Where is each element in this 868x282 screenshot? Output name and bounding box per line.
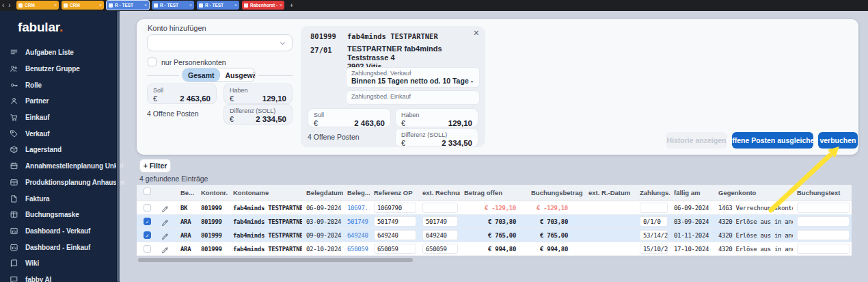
cell-input-referenz_op[interactable]: 1069790 xyxy=(374,203,416,213)
cell-edit[interactable] xyxy=(157,201,176,214)
sidebar-item-faktura[interactable]: Faktura xyxy=(0,190,116,207)
cell-input-ext_rechnung[interactable]: 501749 xyxy=(422,216,458,227)
sale-icon xyxy=(10,129,19,138)
tab-close-icon[interactable]: × xyxy=(234,3,237,8)
beleg-link[interactable]: 650059 xyxy=(347,246,368,253)
toggle-option-gesamt[interactable]: Gesamt xyxy=(182,68,220,81)
edit-pencil-icon[interactable] xyxy=(161,218,169,226)
chat-icon xyxy=(10,274,19,282)
cell-checkbox[interactable] xyxy=(137,201,157,214)
currency-symbol: € xyxy=(230,115,234,123)
row-checkbox[interactable]: ✓ xyxy=(144,218,151,225)
sidebar-item-dashboard-einkauf[interactable]: Dashboard - Einkauf xyxy=(0,239,116,255)
browser-tab-5[interactable]: R - TEST× xyxy=(197,1,239,10)
browser-tab-bar: ‹ › CRM×CRM×R - TEST×R - TEST×R - TEST×R… xyxy=(0,0,868,11)
cell-beleg: 649240 xyxy=(343,229,370,242)
beleg-link[interactable]: 10697... xyxy=(347,205,370,212)
sidebar-item-aufgaben-liste[interactable]: Aufgaben Liste xyxy=(0,44,116,61)
row-checkbox[interactable]: ✓ xyxy=(144,231,151,239)
cell-edit[interactable] xyxy=(157,215,176,228)
edit-pencil-icon[interactable] xyxy=(161,204,169,212)
soll-value: 2 463,60 xyxy=(180,94,211,103)
select-all-checkbox[interactable] xyxy=(144,188,151,195)
filter-button[interactable]: + Filter xyxy=(139,159,171,172)
beleg-link[interactable]: 501749 xyxy=(347,218,368,225)
table-row-1[interactable]: BK801999fab4minds TESTPARTNER06-09-20241… xyxy=(137,201,852,215)
cell-input-referenz_op[interactable]: 649240 xyxy=(374,230,416,240)
edit-pencil-icon[interactable] xyxy=(161,245,169,253)
offene-posten-ausgleichen-button[interactable]: Offene Posten ausgleichen xyxy=(732,132,813,149)
cell-input-buchungstext[interactable] xyxy=(797,244,850,254)
cell-belegdatum: 06-09-2024 xyxy=(302,201,343,214)
column-header-select[interactable] xyxy=(137,185,157,201)
sidebar-item-annahmestellenplanung-unkel[interactable]: Annahmestellenplanung Unkel xyxy=(0,158,116,175)
cell-input-zahlungs[interactable]: 0/1/0 xyxy=(640,216,668,227)
cell-input-buchungstext[interactable] xyxy=(797,230,850,240)
sidebar-item-fabby-ai[interactable]: fabby AI xyxy=(0,272,116,282)
cell-input-ext_rechnung[interactable]: 649240 xyxy=(422,230,458,240)
browser-tab-4[interactable]: R - TEST× xyxy=(152,1,194,10)
nur-personenkonten-checkbox[interactable] xyxy=(148,57,157,66)
cell-input-ext_rechnung[interactable] xyxy=(422,203,458,213)
sidebar-item-rolle[interactable]: Rolle xyxy=(0,77,116,93)
verbuchen-button[interactable]: verbuchen xyxy=(818,132,858,149)
sidebar-item-lagerstand[interactable]: Lagerstand xyxy=(0,142,116,158)
account-detail-card: × 801999 fab4minds TESTPARTNER 27/01 TES… xyxy=(301,26,485,147)
forward-icon[interactable]: › xyxy=(8,1,10,10)
table-row-2[interactable]: ✓ARA801999fab4minds TESTPARTNER03-09-202… xyxy=(137,215,852,229)
sidebar-scrollbar[interactable] xyxy=(116,11,120,282)
sidebar-item-wiki[interactable]: Wiki xyxy=(0,255,116,272)
cell-edit[interactable] xyxy=(157,229,176,242)
cell-checkbox[interactable]: ✓ xyxy=(137,229,157,242)
browser-tab-1[interactable]: CRM× xyxy=(16,1,59,10)
beleg-link[interactable]: 649240 xyxy=(347,232,368,239)
sidebar-item-benutzer-gruppe[interactable]: Benutzer Gruppe xyxy=(0,61,116,77)
cell-input-zahlungs[interactable] xyxy=(640,203,668,213)
edit-pencil-icon[interactable] xyxy=(161,231,169,240)
cell-edit[interactable] xyxy=(157,242,176,255)
cell-typ: ARA xyxy=(176,215,197,228)
cell-input-referenz_op[interactable]: 501749 xyxy=(374,216,416,227)
tab-close-icon[interactable]: × xyxy=(189,3,192,8)
konto-select[interactable] xyxy=(147,34,293,51)
table-horizontal-scrollbar[interactable] xyxy=(138,258,413,262)
row-checkbox[interactable] xyxy=(144,204,151,212)
browser-tab-3[interactable]: R - TEST× xyxy=(107,1,149,10)
browser-tab-6[interactable]: Rabenhorst - ...× xyxy=(242,1,284,10)
sidebar-item-buchungsmaske[interactable]: Buchungsmaske xyxy=(0,207,116,223)
sidebar-item-einkauf[interactable]: Einkauf xyxy=(0,110,116,126)
tab-close-icon[interactable]: × xyxy=(54,3,57,8)
back-icon[interactable]: ‹ xyxy=(2,1,4,10)
sidebar-item-partner[interactable]: Partner xyxy=(0,93,116,110)
browser-tab-2[interactable]: CRM× xyxy=(62,1,104,10)
historie-anzeigen-button[interactable]: Historie anzeigen xyxy=(666,132,727,149)
sidebar-item-produktionsplanung-anhausen[interactable]: Produktionsplanung Anhausen xyxy=(0,175,116,191)
sidebar-item-dashboard-verkauf[interactable]: Dashboard - Verkauf xyxy=(0,223,116,240)
cell-input-buchungstext[interactable] xyxy=(797,203,850,213)
cell-checkbox[interactable]: ✓ xyxy=(137,215,157,228)
cell-input-referenz_op[interactable]: 650059 xyxy=(374,244,416,254)
soll-value: 2 463,60 xyxy=(354,119,385,127)
cell-buchungstext xyxy=(793,229,852,242)
new-tab-button[interactable]: + xyxy=(290,1,293,10)
cell-input-ext_rechnung[interactable]: 650059 xyxy=(422,244,458,254)
column-header-7: Referenz OP xyxy=(370,185,418,201)
cell-input-zahlungs[interactable]: 53/14/2 xyxy=(640,230,668,240)
toggle-option-ausgewaehlt[interactable]: Ausgewählt xyxy=(220,68,256,81)
table-row-3[interactable]: ✓ARA801999fab4minds TESTPARTNER09-09-202… xyxy=(137,229,852,242)
row-checkbox[interactable] xyxy=(144,245,151,253)
cell-input-buchungstext[interactable] xyxy=(797,216,850,227)
sidebar-item-verkauf[interactable]: Verkauf xyxy=(0,125,116,142)
tab-favicon xyxy=(154,3,158,8)
close-icon[interactable]: × xyxy=(474,27,479,38)
cell-input-zahlungs[interactable]: 15/10/2 xyxy=(640,244,668,254)
tab-close-icon[interactable]: × xyxy=(280,3,282,8)
cell-checkbox[interactable] xyxy=(137,242,157,255)
cell-kontoname: fab4minds TESTPARTNER xyxy=(229,242,302,255)
account-code: 27/01 xyxy=(310,46,332,54)
grid-icon xyxy=(10,210,19,220)
tab-close-icon[interactable]: × xyxy=(144,3,147,8)
tab-close-icon[interactable]: × xyxy=(99,3,102,8)
table-row-4[interactable]: ARA801999fab4minds TESTPARTNER02-10-2024… xyxy=(137,242,852,256)
open-items-table: Be...Kontonr.KontonameBelegdatumBeleg...… xyxy=(137,185,852,256)
